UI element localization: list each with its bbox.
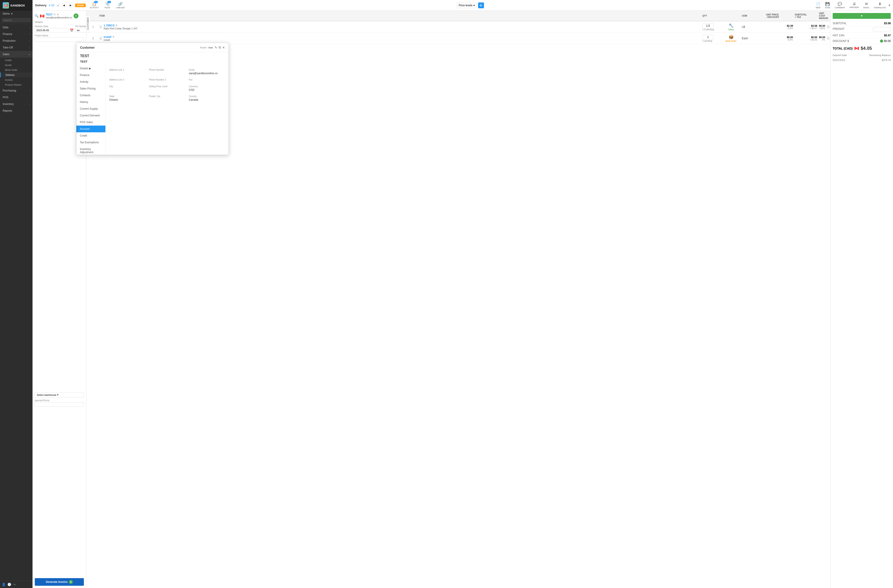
clock-icon[interactable]: 🕐 <box>8 583 11 586</box>
popup-nav-inventory-adjustment[interactable]: Inventory Adjustment <box>77 146 105 155</box>
email-label: EMAIL <box>863 6 869 9</box>
demo-label: Demo <box>3 12 10 15</box>
subtotal-value: $3.58 <box>884 22 891 25</box>
project-name-input[interactable] <box>35 37 84 42</box>
email-button[interactable]: ✉ EMAIL <box>861 1 871 10</box>
delivery-date-input[interactable] <box>35 28 69 33</box>
payment-terms-input[interactable] <box>35 402 84 407</box>
popup-nav-details[interactable]: Details ▶ <box>77 65 105 72</box>
delete-row-button[interactable]: 🗑 <box>827 25 830 29</box>
freight-input[interactable] <box>873 27 891 32</box>
sidebar-item-delivery[interactable]: Delivery <box>0 72 33 77</box>
postal-zip-label: Postal / Zip <box>149 95 185 98</box>
sidebar-item-quote[interactable]: Quote <box>0 63 33 68</box>
drag-handle-icon[interactable]: ☰ <box>99 25 102 29</box>
close-customer-icon[interactable]: ✕ <box>57 13 59 16</box>
hst-row: HST 13%: $0.47 <box>833 33 891 38</box>
drag-handle-icon[interactable]: ☰ <box>99 36 102 40</box>
popup-title: Customer <box>80 46 95 49</box>
more-actions-button[interactable]: ▾ <box>888 1 890 10</box>
search-input[interactable] <box>2 18 31 23</box>
sidebar-item-inventory[interactable]: Inventory › <box>0 101 33 107</box>
popup-nav-activity[interactable]: Activity <box>77 78 105 85</box>
prev-record-button[interactable]: ◀ <box>62 3 66 7</box>
address-line-2-label: Address Line 2 <box>109 78 145 81</box>
warehouse-select[interactable]: Select warehouse ▾ <box>35 392 84 397</box>
customer-side-tab[interactable]: CUSTOMER <box>86 15 90 32</box>
sidebar-item-sales[interactable]: Sales ▾ <box>0 51 33 58</box>
edit-item-icon[interactable]: ✎ <box>112 35 114 39</box>
next-record-button[interactable]: ▶ <box>68 3 73 7</box>
maximize-popup-button[interactable]: ⧉ <box>219 45 221 49</box>
edit-customer-icon[interactable]: ✎ <box>54 13 56 16</box>
search-container <box>0 17 33 24</box>
chevron-down-icon: ▾ <box>474 4 475 7</box>
col-unit-price: UNIT PRICE- DISCOUNT <box>766 14 793 18</box>
user-icon[interactable]: 👤 <box>2 583 6 586</box>
demo-selector[interactable]: Demo ▼ <box>0 11 33 17</box>
popup-nav-current-demand[interactable]: Current Demand <box>77 112 105 119</box>
uom-value: Each <box>742 37 764 40</box>
sidebar-item-invoice[interactable]: Invoice <box>0 77 33 82</box>
sidebar-item-reports[interactable]: Reports <box>0 107 33 114</box>
delete-row-button[interactable]: 🗑 <box>827 36 830 41</box>
activity-button[interactable]: 📋 0 ACTIVITY <box>88 1 101 10</box>
generate-invoice-button[interactable]: Generate Invoice + <box>35 578 84 586</box>
qty-input[interactable] <box>702 23 714 28</box>
sidebar-item-takeoff[interactable]: Take-Off › <box>0 44 33 51</box>
price-level-settings-button[interactable]: ⚙ <box>478 3 484 8</box>
unit-cost-cell: $0.00 100% 🗑 <box>819 24 828 30</box>
popup-nav-account[interactable]: Account <box>77 126 105 132</box>
collapse-totals-button[interactable]: ▼ <box>833 13 891 19</box>
popup-nav-current-supply[interactable]: Current Supply <box>77 105 105 112</box>
sidebar-item-pos[interactable]: POS <box>0 94 33 101</box>
popup-nav-pos-sales[interactable]: POS Sales <box>77 119 105 126</box>
price-level-dropdown[interactable]: Price levels ▾ <box>457 3 477 8</box>
sidebar-item-work-order[interactable]: Work Order <box>0 68 33 72</box>
sidebar-item-production[interactable]: Production › <box>0 38 33 44</box>
lineage-button[interactable]: 🔗 LINEAGE <box>114 1 126 10</box>
unit-cost-value: $0.00 <box>819 36 825 39</box>
unit-price-value: $0.00 <box>766 36 793 39</box>
popup-icon-buttons: ✎ ⧉ ✕ <box>215 45 225 49</box>
popup-nav-credit[interactable]: Credit <box>77 132 105 139</box>
files-button[interactable]: 📎 0 FILES <box>103 1 112 10</box>
popup-nav-finance[interactable]: Finance <box>77 72 105 78</box>
popup-nav-history[interactable]: History <box>77 99 105 105</box>
selling-price-level-label: Selling Price Level <box>149 85 185 88</box>
unit-margin-value: 100% <box>819 27 825 30</box>
item-code-link[interactable]: install <box>104 35 111 39</box>
search-customer-button[interactable]: 🔍 <box>35 14 39 18</box>
download-button[interactable]: ⬇ DOWNLOAD <box>872 1 888 10</box>
comment-label: COMMENT <box>835 6 845 9</box>
status-badge-cell: 🔧 Taken <box>722 23 740 31</box>
qty-input[interactable] <box>702 35 714 40</box>
preview-button[interactable]: 🖨 PREVIEW <box>848 1 861 10</box>
popup-header: Customer Active true ✎ ⧉ ✕ <box>77 43 229 52</box>
popup-nav-contacts[interactable]: Contacts <box>77 92 105 99</box>
discount-value: $0.00 <box>884 39 891 43</box>
sidebar-item-leads[interactable]: Leads <box>0 58 33 63</box>
sidebar-item-product-return[interactable]: Product Return <box>0 82 33 87</box>
close-popup-button[interactable]: ✕ <box>222 45 225 49</box>
calendar-icon[interactable]: 📅 <box>70 29 74 32</box>
sidebar-item-purchasing[interactable]: Purchasing › <box>0 87 33 94</box>
chevron-right-icon: › <box>29 40 30 42</box>
comment-button[interactable]: 💬 COMMENT <box>833 1 847 10</box>
new-button[interactable]: 📄 NEW <box>814 1 822 10</box>
customer-name[interactable]: TEST <box>46 13 53 16</box>
top-bar: Delivery # 52 v1 ◀ ▶ OPEN 📋 0 ACTIVITY 📎… <box>33 0 893 11</box>
subtotal-value: $0.00 <box>795 36 817 39</box>
total-label: TOTAL (CAD) <box>833 47 852 50</box>
phone-number-2-field: Phone Number 2 <box>149 78 185 82</box>
edit-popup-button[interactable]: ✎ <box>215 45 217 49</box>
edit-item-icon[interactable]: ✎ <box>116 24 118 27</box>
item-code-link[interactable]: 1.75RCS <box>104 24 114 27</box>
save-button[interactable]: 💾 SAVE <box>823 1 832 10</box>
logout-icon[interactable]: ↪ <box>13 583 16 586</box>
sidebar-item-finance[interactable]: Finance › <box>0 31 33 38</box>
popup-nav-sales-pricing[interactable]: Sales Pricing <box>77 85 105 92</box>
popup-nav-tax-exemptions[interactable]: Tax Exemptions <box>77 139 105 146</box>
add-customer-button[interactable]: + <box>74 14 78 18</box>
sidebar-item-data[interactable]: Data › <box>0 24 33 31</box>
